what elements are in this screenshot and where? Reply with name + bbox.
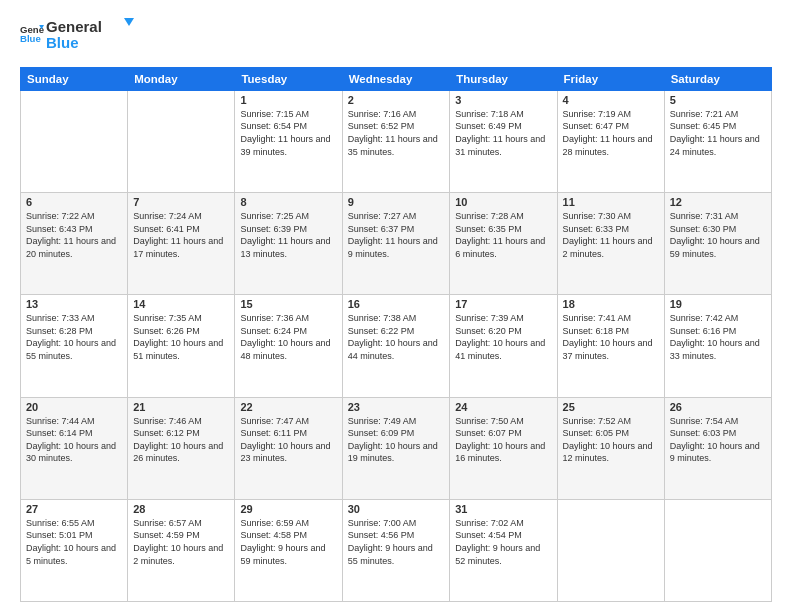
day-info: Sunrise: 7:54 AM Sunset: 6:03 PM Dayligh… — [670, 415, 766, 465]
calendar-cell: 23Sunrise: 7:49 AM Sunset: 6:09 PM Dayli… — [342, 397, 450, 499]
day-number: 5 — [670, 94, 766, 106]
weekday-header: Tuesday — [235, 67, 342, 90]
calendar-cell: 19Sunrise: 7:42 AM Sunset: 6:16 PM Dayli… — [664, 295, 771, 397]
calendar-cell: 24Sunrise: 7:50 AM Sunset: 6:07 PM Dayli… — [450, 397, 557, 499]
day-number: 19 — [670, 298, 766, 310]
day-number: 10 — [455, 196, 551, 208]
svg-text:Blue: Blue — [20, 34, 41, 45]
day-info: Sunrise: 7:42 AM Sunset: 6:16 PM Dayligh… — [670, 312, 766, 362]
day-info: Sunrise: 7:27 AM Sunset: 6:37 PM Dayligh… — [348, 210, 445, 260]
calendar: SundayMondayTuesdayWednesdayThursdayFrid… — [20, 67, 772, 602]
day-number: 18 — [563, 298, 659, 310]
calendar-cell: 20Sunrise: 7:44 AM Sunset: 6:14 PM Dayli… — [21, 397, 128, 499]
day-info: Sunrise: 7:28 AM Sunset: 6:35 PM Dayligh… — [455, 210, 551, 260]
calendar-cell: 28Sunrise: 6:57 AM Sunset: 4:59 PM Dayli… — [128, 499, 235, 601]
day-number: 15 — [240, 298, 336, 310]
calendar-cell: 2Sunrise: 7:16 AM Sunset: 6:52 PM Daylig… — [342, 90, 450, 192]
calendar-cell: 3Sunrise: 7:18 AM Sunset: 6:49 PM Daylig… — [450, 90, 557, 192]
calendar-cell: 13Sunrise: 7:33 AM Sunset: 6:28 PM Dayli… — [21, 295, 128, 397]
calendar-cell: 29Sunrise: 6:59 AM Sunset: 4:58 PM Dayli… — [235, 499, 342, 601]
day-number: 28 — [133, 503, 229, 515]
calendar-cell: 17Sunrise: 7:39 AM Sunset: 6:20 PM Dayli… — [450, 295, 557, 397]
day-number: 16 — [348, 298, 445, 310]
calendar-cell — [128, 90, 235, 192]
calendar-cell — [21, 90, 128, 192]
day-number: 29 — [240, 503, 336, 515]
day-info: Sunrise: 7:41 AM Sunset: 6:18 PM Dayligh… — [563, 312, 659, 362]
day-info: Sunrise: 7:00 AM Sunset: 4:56 PM Dayligh… — [348, 517, 445, 567]
day-number: 26 — [670, 401, 766, 413]
day-number: 22 — [240, 401, 336, 413]
day-number: 23 — [348, 401, 445, 413]
day-info: Sunrise: 7:49 AM Sunset: 6:09 PM Dayligh… — [348, 415, 445, 465]
calendar-cell: 21Sunrise: 7:46 AM Sunset: 6:12 PM Dayli… — [128, 397, 235, 499]
calendar-cell: 11Sunrise: 7:30 AM Sunset: 6:33 PM Dayli… — [557, 193, 664, 295]
logo: General Blue General Blue — [20, 16, 136, 57]
svg-marker-5 — [124, 18, 134, 26]
day-number: 6 — [26, 196, 122, 208]
calendar-cell: 9Sunrise: 7:27 AM Sunset: 6:37 PM Daylig… — [342, 193, 450, 295]
day-number: 2 — [348, 94, 445, 106]
day-info: Sunrise: 7:44 AM Sunset: 6:14 PM Dayligh… — [26, 415, 122, 465]
day-number: 25 — [563, 401, 659, 413]
calendar-cell: 8Sunrise: 7:25 AM Sunset: 6:39 PM Daylig… — [235, 193, 342, 295]
day-info: Sunrise: 7:15 AM Sunset: 6:54 PM Dayligh… — [240, 108, 336, 158]
page: General Blue General Blue SundayMondayTu… — [0, 0, 792, 612]
day-info: Sunrise: 7:21 AM Sunset: 6:45 PM Dayligh… — [670, 108, 766, 158]
calendar-cell: 6Sunrise: 7:22 AM Sunset: 6:43 PM Daylig… — [21, 193, 128, 295]
day-info: Sunrise: 7:35 AM Sunset: 6:26 PM Dayligh… — [133, 312, 229, 362]
day-info: Sunrise: 7:39 AM Sunset: 6:20 PM Dayligh… — [455, 312, 551, 362]
day-number: 17 — [455, 298, 551, 310]
day-number: 31 — [455, 503, 551, 515]
calendar-cell: 25Sunrise: 7:52 AM Sunset: 6:05 PM Dayli… — [557, 397, 664, 499]
day-number: 12 — [670, 196, 766, 208]
calendar-cell: 31Sunrise: 7:02 AM Sunset: 4:54 PM Dayli… — [450, 499, 557, 601]
weekday-header: Thursday — [450, 67, 557, 90]
day-info: Sunrise: 7:31 AM Sunset: 6:30 PM Dayligh… — [670, 210, 766, 260]
weekday-header: Saturday — [664, 67, 771, 90]
calendar-cell — [664, 499, 771, 601]
calendar-cell: 14Sunrise: 7:35 AM Sunset: 6:26 PM Dayli… — [128, 295, 235, 397]
day-info: Sunrise: 7:19 AM Sunset: 6:47 PM Dayligh… — [563, 108, 659, 158]
day-info: Sunrise: 7:36 AM Sunset: 6:24 PM Dayligh… — [240, 312, 336, 362]
calendar-cell: 22Sunrise: 7:47 AM Sunset: 6:11 PM Dayli… — [235, 397, 342, 499]
calendar-cell: 27Sunrise: 6:55 AM Sunset: 5:01 PM Dayli… — [21, 499, 128, 601]
day-info: Sunrise: 7:33 AM Sunset: 6:28 PM Dayligh… — [26, 312, 122, 362]
calendar-cell: 30Sunrise: 7:00 AM Sunset: 4:56 PM Dayli… — [342, 499, 450, 601]
day-number: 27 — [26, 503, 122, 515]
calendar-cell: 15Sunrise: 7:36 AM Sunset: 6:24 PM Dayli… — [235, 295, 342, 397]
weekday-header: Wednesday — [342, 67, 450, 90]
day-number: 8 — [240, 196, 336, 208]
day-number: 13 — [26, 298, 122, 310]
day-number: 30 — [348, 503, 445, 515]
day-info: Sunrise: 7:30 AM Sunset: 6:33 PM Dayligh… — [563, 210, 659, 260]
calendar-cell: 7Sunrise: 7:24 AM Sunset: 6:41 PM Daylig… — [128, 193, 235, 295]
weekday-header: Friday — [557, 67, 664, 90]
calendar-cell: 18Sunrise: 7:41 AM Sunset: 6:18 PM Dayli… — [557, 295, 664, 397]
day-info: Sunrise: 7:25 AM Sunset: 6:39 PM Dayligh… — [240, 210, 336, 260]
day-number: 11 — [563, 196, 659, 208]
svg-text:Blue: Blue — [46, 34, 79, 51]
calendar-cell: 4Sunrise: 7:19 AM Sunset: 6:47 PM Daylig… — [557, 90, 664, 192]
day-info: Sunrise: 7:38 AM Sunset: 6:22 PM Dayligh… — [348, 312, 445, 362]
svg-text:General: General — [46, 18, 102, 35]
day-info: Sunrise: 6:57 AM Sunset: 4:59 PM Dayligh… — [133, 517, 229, 567]
day-info: Sunrise: 6:55 AM Sunset: 5:01 PM Dayligh… — [26, 517, 122, 567]
logo-text: General Blue — [46, 16, 136, 57]
day-info: Sunrise: 7:22 AM Sunset: 6:43 PM Dayligh… — [26, 210, 122, 260]
day-info: Sunrise: 7:18 AM Sunset: 6:49 PM Dayligh… — [455, 108, 551, 158]
day-info: Sunrise: 7:46 AM Sunset: 6:12 PM Dayligh… — [133, 415, 229, 465]
day-number: 3 — [455, 94, 551, 106]
calendar-cell: 1Sunrise: 7:15 AM Sunset: 6:54 PM Daylig… — [235, 90, 342, 192]
day-info: Sunrise: 7:24 AM Sunset: 6:41 PM Dayligh… — [133, 210, 229, 260]
weekday-header: Monday — [128, 67, 235, 90]
calendar-cell: 12Sunrise: 7:31 AM Sunset: 6:30 PM Dayli… — [664, 193, 771, 295]
day-info: Sunrise: 7:02 AM Sunset: 4:54 PM Dayligh… — [455, 517, 551, 567]
calendar-cell: 10Sunrise: 7:28 AM Sunset: 6:35 PM Dayli… — [450, 193, 557, 295]
header: General Blue General Blue — [20, 16, 772, 57]
calendar-cell: 16Sunrise: 7:38 AM Sunset: 6:22 PM Dayli… — [342, 295, 450, 397]
logo-icon: General Blue — [20, 22, 44, 46]
day-info: Sunrise: 7:47 AM Sunset: 6:11 PM Dayligh… — [240, 415, 336, 465]
calendar-cell: 26Sunrise: 7:54 AM Sunset: 6:03 PM Dayli… — [664, 397, 771, 499]
day-number: 1 — [240, 94, 336, 106]
